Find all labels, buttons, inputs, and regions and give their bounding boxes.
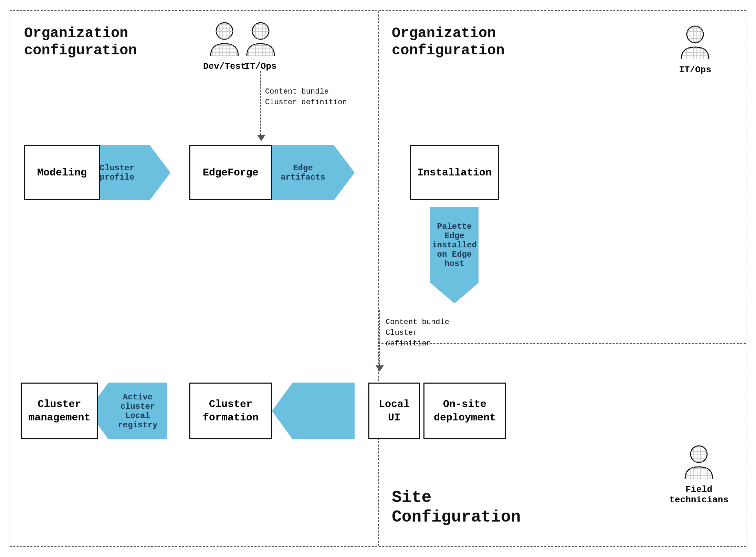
arrow-palette-edge: Palette Edge installed on Edge host [430, 207, 479, 303]
arrow-cluster-formation [272, 383, 355, 439]
box-installation: Installation [410, 145, 499, 200]
annotation-content-bundle-bottom: Content bundle Cluster definition [386, 317, 449, 349]
arrow-edge-artifacts: Edge artifacts [272, 145, 355, 200]
dashed-arrow-site [379, 310, 380, 365]
it-ops-right-label: IT/Ops [679, 65, 711, 75]
box-modeling: Modeling [24, 145, 100, 200]
installation-label: Installation [417, 166, 492, 180]
active-cluster-label: Active cluster Local registry [108, 393, 167, 430]
dashed-arrow-content-bundle [260, 71, 261, 135]
edgeforge-label: EdgeForge [203, 166, 259, 180]
on-site-deployment-label: On-site deployment [424, 398, 505, 425]
svg-point-0 [216, 23, 233, 39]
it-ops-right-icon [680, 25, 711, 63]
dev-test-label: Dev/Test [203, 61, 246, 72]
cluster-management-label: Cluster management [22, 398, 97, 425]
person-dev-test: Dev/Test [203, 21, 246, 72]
box-local-ui: Local UI [368, 383, 420, 439]
section-label-bottom-right: Site Configuration [392, 488, 521, 527]
diagram-container: Organization configuration Organization … [10, 10, 746, 547]
dev-test-icon [209, 21, 240, 59]
palette-edge-label: Palette Edge installed on Edge host [430, 222, 479, 268]
it-ops-left-icon [245, 21, 276, 59]
arrow-active-cluster: Active cluster Local registry [88, 383, 167, 439]
box-cluster-formation: Cluster formation [189, 383, 272, 439]
field-technicians-icon [683, 444, 714, 482]
person-it-ops-right: IT/Ops [679, 25, 711, 75]
person-field-technicians: Field technicians [669, 444, 728, 505]
it-ops-left-label: IT/Ops [244, 61, 277, 72]
field-technicians-label: Field technicians [669, 484, 728, 505]
section-label-top-right: Organization configuration [392, 25, 505, 60]
vertical-divider [378, 11, 379, 546]
box-cluster-management: Cluster management [21, 383, 98, 439]
box-on-site-deployment: On-site deployment [423, 383, 506, 439]
section-label-top-left: Organization configuration [24, 25, 137, 60]
local-ui-label: Local UI [369, 398, 419, 425]
person-it-ops-left: IT/Ops [244, 21, 277, 72]
cluster-formation-label: Cluster formation [190, 398, 271, 425]
svg-point-52 [687, 26, 703, 43]
edge-artifacts-label: Edge artifacts [281, 163, 325, 182]
modeling-label: Modeling [37, 166, 87, 180]
svg-point-78 [691, 446, 707, 462]
annotation-content-bundle-top: Content bundle Cluster definition [265, 87, 347, 108]
box-edgeforge: EdgeForge [189, 145, 272, 200]
svg-point-26 [252, 23, 269, 39]
